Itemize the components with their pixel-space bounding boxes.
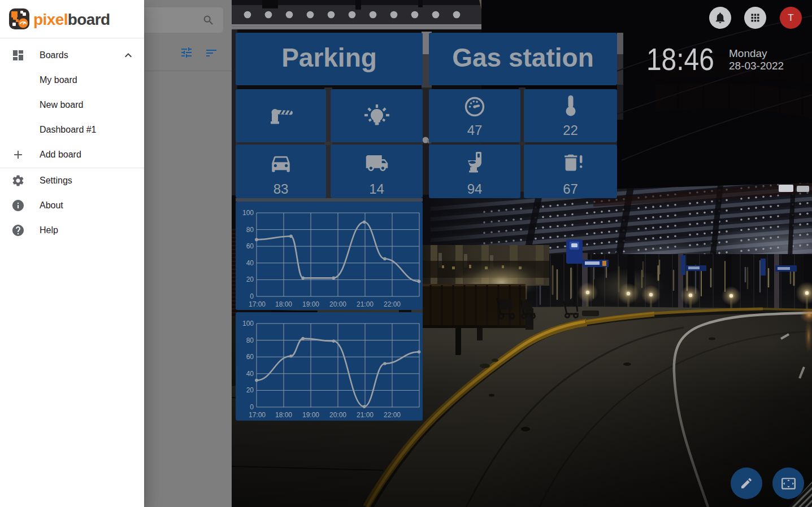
svg-text:0: 0: [250, 403, 254, 411]
svg-text:21:00: 21:00: [357, 411, 374, 419]
svg-text:100: 100: [242, 209, 254, 217]
svg-text:80: 80: [246, 336, 254, 344]
svg-text:17:00: 17:00: [249, 411, 266, 419]
svg-text:100: 100: [242, 320, 254, 327]
svg-text:40: 40: [246, 259, 254, 267]
svg-text:20: 20: [246, 386, 254, 394]
svg-text:0: 0: [250, 292, 254, 300]
svg-text:18:00: 18:00: [275, 300, 292, 308]
svg-text:18:00: 18:00: [275, 411, 292, 419]
svg-text:22:00: 22:00: [384, 300, 401, 308]
svg-text:40: 40: [246, 370, 254, 378]
svg-text:60: 60: [246, 242, 254, 250]
svg-text:60: 60: [246, 353, 254, 361]
svg-text:22:00: 22:00: [384, 411, 401, 419]
svg-text:21:00: 21:00: [357, 300, 374, 308]
svg-text:80: 80: [246, 226, 254, 234]
svg-text:20:00: 20:00: [329, 411, 346, 419]
svg-text:19:00: 19:00: [302, 411, 319, 419]
svg-text:19:00: 19:00: [302, 300, 319, 308]
svg-text:20:00: 20:00: [329, 300, 346, 308]
svg-text:17:00: 17:00: [249, 300, 266, 308]
svg-text:20: 20: [246, 276, 254, 283]
